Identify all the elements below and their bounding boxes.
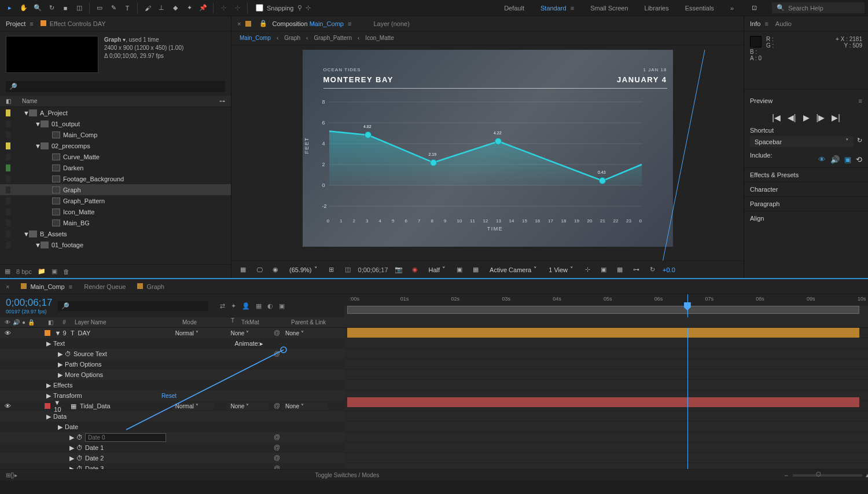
close-tab-icon[interactable]: × xyxy=(6,283,9,290)
hand-tool[interactable]: ✋ xyxy=(17,2,30,14)
breadcrumb-pattern[interactable]: Graph_Pattern xyxy=(314,35,352,41)
property-row[interactable]: ▶Date xyxy=(0,422,344,432)
section-effects[interactable]: Effects & Presets xyxy=(744,167,868,182)
tab-preview[interactable]: Preview xyxy=(750,97,773,104)
roto-tool[interactable]: ✦ xyxy=(183,2,196,14)
pickwhip-icon[interactable]: @ xyxy=(274,329,282,337)
new-folder-icon[interactable]: 📁 xyxy=(38,268,46,275)
snapping-icon2[interactable]: ⊹ xyxy=(306,4,311,12)
motion-blur-icon[interactable]: ◐ xyxy=(267,302,273,310)
project-item-b_assets[interactable]: ▼B_Assets xyxy=(0,228,231,239)
label-col-icon[interactable]: ◧ xyxy=(43,317,57,327)
video-col-icon[interactable]: 👁 xyxy=(5,319,10,325)
eraser-tool[interactable]: ◆ xyxy=(169,2,182,14)
parent-dropdown[interactable]: None ˅ xyxy=(282,402,328,410)
trkmat-col[interactable]: TrkMat xyxy=(241,317,291,327)
current-time[interactable]: 0;00;06;17 xyxy=(358,266,388,273)
playhead-line[interactable] xyxy=(687,328,688,469)
section-align[interactable]: Align xyxy=(744,211,868,225)
guides-icon[interactable]: ◫ xyxy=(342,264,354,276)
mode-dropdown[interactable]: Normal ˅ xyxy=(172,330,214,337)
pickwhip-icon[interactable]: @ xyxy=(274,464,282,469)
lock-col-icon[interactable]: 🔒 xyxy=(28,319,35,325)
next-frame-icon[interactable]: |▶ xyxy=(816,113,825,122)
camera-dropdown[interactable]: Active Camera ˅ xyxy=(486,265,540,275)
audio-col-icon[interactable]: 🔊 xyxy=(13,319,20,325)
pickwhip-icon[interactable]: @ xyxy=(274,350,282,358)
tab-render-queue[interactable]: Render Queue xyxy=(84,283,126,290)
layer-row[interactable]: 👁▼ 10▦Tidal_DataNormal ˅None ˅@ None ˅ xyxy=(0,401,344,411)
close-tab-icon[interactable]: × xyxy=(237,20,241,27)
project-item-01_footage[interactable]: ▼01_footage xyxy=(0,239,231,250)
project-item-footage_background[interactable]: Footage_Background xyxy=(0,173,231,184)
tab-timeline-main[interactable]: Main_Comp ≡ xyxy=(21,283,72,290)
project-search[interactable]: 🔎 xyxy=(6,81,225,92)
property-row[interactable]: ▶TransformReset xyxy=(0,390,344,401)
last-frame-icon[interactable]: ▶| xyxy=(832,113,840,122)
trash-icon[interactable]: 🗑 xyxy=(63,268,69,275)
tab-layer[interactable]: Layer (none) xyxy=(373,20,409,27)
search-help[interactable]: 🔍 Search Help xyxy=(772,2,865,13)
video-switch[interactable]: 👁 xyxy=(5,330,11,336)
reset-exposure-icon[interactable]: ↻ xyxy=(646,264,658,276)
mode-col[interactable]: Mode xyxy=(179,317,231,327)
reset-link[interactable]: Reset xyxy=(161,393,176,399)
audio-icon[interactable]: 🔊 xyxy=(830,155,840,164)
workspace-default[interactable]: Default xyxy=(502,5,527,12)
breadcrumb-graph[interactable]: Graph xyxy=(284,35,300,41)
toggle-switches-modes[interactable]: Toggle Switches / Modes xyxy=(315,472,380,478)
timeline-icon[interactable]: ▦ xyxy=(614,264,626,276)
lock-icon[interactable]: 🔒 xyxy=(259,20,267,27)
project-item-02_precomps[interactable]: ▼02_precomps xyxy=(0,140,231,151)
workspace-essentials[interactable]: Essentials xyxy=(683,5,716,12)
expand-icon[interactable]: ⊞ xyxy=(6,472,10,478)
trkmat-dropdown[interactable]: None ˅ xyxy=(227,402,269,410)
tab-project[interactable]: Project ≡ xyxy=(6,20,34,27)
property-row[interactable]: ▶⏱Source Text@ xyxy=(0,349,344,359)
video-icon[interactable]: 👁 xyxy=(818,155,826,164)
property-row[interactable]: ▶⏱Date 2@ xyxy=(0,453,344,463)
roi-icon[interactable]: ▣ xyxy=(454,264,465,276)
zoom-dropdown[interactable]: (65.9%) ˅ xyxy=(286,265,321,275)
workspace-libraries[interactable]: Libraries xyxy=(642,5,671,12)
grid-icon[interactable]: ⊞ xyxy=(326,264,337,276)
property-row[interactable]: ▶Path Options xyxy=(0,359,344,369)
current-timecode[interactable]: 0;00;06;17 xyxy=(6,297,52,309)
bpc-toggle[interactable]: 8 bpc xyxy=(16,268,32,275)
project-item-01_output[interactable]: ▼01_output xyxy=(0,118,231,129)
project-item-darken[interactable]: Darken xyxy=(0,162,231,173)
frame-blend-icon[interactable]: ▦ xyxy=(256,302,262,310)
pickwhip-icon[interactable]: @ xyxy=(274,454,282,462)
parent-dropdown[interactable]: None ˅ xyxy=(282,330,328,337)
pickwhip-icon[interactable]: @ xyxy=(274,444,282,452)
snapping-checkbox[interactable] xyxy=(256,4,263,12)
breadcrumb-matte[interactable]: Icon_Matte xyxy=(365,35,393,41)
stopwatch-icon[interactable]: ⏱ xyxy=(76,444,83,451)
prev-frame-icon[interactable]: ◀| xyxy=(788,113,796,122)
flowchart-icon[interactable]: ⊶ xyxy=(630,264,642,276)
pickwhip-icon[interactable]: @ xyxy=(274,402,282,410)
brace-icon[interactable]: {} xyxy=(10,472,14,478)
axis2-tool[interactable]: ⊹ xyxy=(231,2,244,14)
project-item-graph[interactable]: Graph xyxy=(0,184,231,195)
shape-tool[interactable]: ▭ xyxy=(93,2,106,14)
name-column[interactable]: Name xyxy=(22,98,38,104)
loop-icon[interactable]: ⟲ xyxy=(856,155,862,164)
work-area-bar[interactable] xyxy=(347,306,859,314)
section-paragraph[interactable]: Paragraph xyxy=(744,196,868,211)
playhead[interactable] xyxy=(687,294,688,317)
camera-tool[interactable]: ■ xyxy=(59,2,72,14)
resolution-dropdown[interactable]: Half ˅ xyxy=(425,265,450,275)
property-row[interactable]: ▶More Options xyxy=(0,369,344,380)
workspace-more[interactable]: » xyxy=(728,5,736,12)
sync-icon[interactable]: ⊡ xyxy=(748,2,760,14)
display-icon[interactable]: 🖵 xyxy=(253,264,265,276)
pixel-aspect-icon[interactable]: ⊹ xyxy=(582,264,593,276)
workspace-menu-icon[interactable]: ≡ xyxy=(571,5,574,12)
play-icon[interactable]: ▶ xyxy=(803,113,810,122)
panel-menu-icon[interactable]: ≡ xyxy=(30,20,33,27)
tab-audio[interactable]: Audio xyxy=(775,20,792,27)
alpha-icon[interactable]: ▦ xyxy=(237,264,249,276)
view-dropdown[interactable]: 1 View ˅ xyxy=(545,265,577,275)
tab-info[interactable]: Info ≡ xyxy=(750,20,768,27)
